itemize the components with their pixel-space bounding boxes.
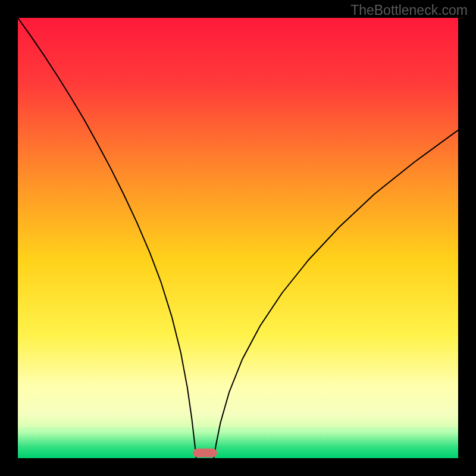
watermark-text: TheBottleneck.com	[350, 2, 468, 18]
min-marker	[193, 449, 217, 458]
pale-band	[18, 379, 458, 427]
chart-outer-frame: TheBottleneck.com	[0, 0, 476, 476]
chart-plot-area	[18, 18, 458, 458]
chart-svg	[18, 18, 458, 458]
